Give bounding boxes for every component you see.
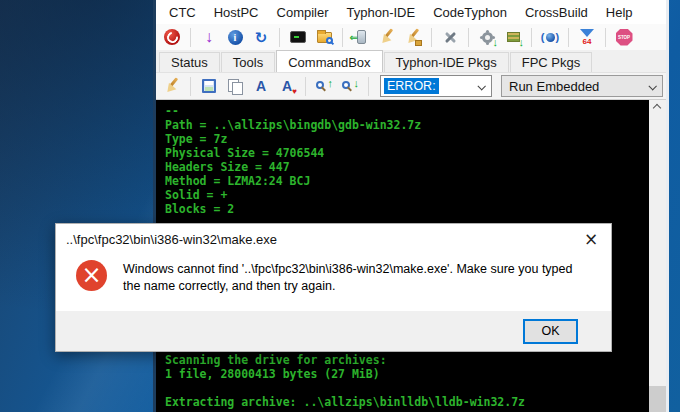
magnifier-icon <box>326 37 333 44</box>
sync-glyph: ↻ <box>255 30 268 45</box>
toolbar-separator <box>468 28 469 47</box>
toolbar-separator <box>431 28 432 47</box>
console-line: Method = LZMA2:24 BCJ <box>165 174 421 188</box>
console-output-top: -- Path = ..\allzips\bingdb\gdb-win32.7z… <box>165 104 421 216</box>
bricks-download-icon[interactable]: ↓ <box>502 26 524 48</box>
tab-status[interactable]: Status <box>159 52 220 72</box>
clean-icon[interactable] <box>376 26 398 48</box>
font-color-icon[interactable]: A♥ <box>276 75 298 97</box>
ok-button[interactable]: OK <box>523 319 578 344</box>
font-a-glyph: A <box>256 79 266 93</box>
sync-icon[interactable]: ↻ <box>250 26 272 48</box>
dialog-footer: OK <box>56 311 611 351</box>
menu-bar: CTC HostPC Compiler Typhon-IDE CodeTypho… <box>156 0 666 24</box>
dialog-body: × Windows cannot find '..\fpc\fpc32\bin\… <box>56 254 611 311</box>
console-line: Extracting archive: ..\allzips\binlldb\l… <box>165 395 525 409</box>
up-arrow-glyph: ↑ <box>328 78 334 89</box>
dialog-titlebar: ..\fpc\fpc32\bin\i386-win32\make.exe × <box>56 224 611 254</box>
toolbar-separator <box>568 28 569 47</box>
stop-sign-art: STOP <box>616 29 633 46</box>
search-down-icon[interactable]: ↓ <box>339 75 361 97</box>
menu-help[interactable]: Help <box>597 2 642 23</box>
menu-compiler[interactable]: Compiler <box>268 2 338 23</box>
download-arrow-icon[interactable]: ↓ <box>198 26 220 48</box>
tab-commandbox[interactable]: CommandBox <box>276 50 382 72</box>
copy-icon-art <box>228 79 242 94</box>
scrollbar-up-icon[interactable] <box>653 104 661 112</box>
font-icon[interactable]: A <box>250 75 272 97</box>
info-icon[interactable]: i <box>224 26 246 48</box>
filter-64-label: 64 <box>583 38 592 46</box>
console-line: Scanning the drive for archives: <box>165 353 525 367</box>
power-icon-art <box>164 29 180 45</box>
console-line: -- <box>165 104 421 118</box>
make-exe-error-dialog: ..\fpc\fpc32\bin\i386-win32\make.exe × ×… <box>55 223 612 352</box>
console-line: Type = 7z <box>165 132 421 146</box>
import-icon[interactable] <box>350 26 372 48</box>
toolbar-separator <box>190 28 191 47</box>
run-mode-combobox[interactable]: Run Embedded <box>501 75 663 97</box>
folder-search-icon[interactable] <box>313 26 335 48</box>
toolbar-separator <box>605 28 606 47</box>
run-mode-value: Run Embedded <box>509 79 599 94</box>
tab-tools[interactable]: Tools <box>221 52 275 72</box>
toolbar-separator <box>342 28 343 47</box>
clean-box-icon[interactable] <box>402 26 424 48</box>
chevron-down-icon <box>477 82 485 90</box>
terminal-icon-art <box>290 31 306 43</box>
download-glyph: ↓ <box>205 29 213 45</box>
terminal-icon[interactable] <box>287 26 309 48</box>
green-down-arrow-icon: ↓ <box>519 37 525 48</box>
magnifier-down-art: ↓ <box>341 77 359 95</box>
main-toolbar: ↓ i ↻ ↓ ↓ () 64 STOP <box>156 24 666 50</box>
web-icon[interactable]: () <box>539 26 561 48</box>
menu-codetyphon[interactable]: CodeTyphon <box>424 2 516 23</box>
clean-icon[interactable] <box>161 75 183 97</box>
filter-64-icon[interactable]: 64 <box>576 26 598 48</box>
close-icon[interactable]: × <box>571 224 611 254</box>
error-icon: × <box>76 260 107 291</box>
broom-box-icon-art <box>404 28 422 46</box>
tools-icon[interactable] <box>439 26 461 48</box>
gear-icon-art <box>482 32 493 43</box>
tab-bar: Status Tools CommandBox Typhon-IDE Pkgs … <box>156 50 666 72</box>
console-output-bottom: Scanning the drive for archives: 1 file,… <box>165 353 525 409</box>
folder-icon-art <box>317 32 332 43</box>
broom-icon-art <box>378 28 396 46</box>
broom-icon-art <box>163 77 181 95</box>
copy-icon[interactable] <box>224 75 246 97</box>
power-icon[interactable] <box>161 26 183 48</box>
console-line: 1 file, 28000413 bytes (27 MiB) <box>165 367 525 381</box>
heart-icon: ♥ <box>292 88 297 96</box>
dialog-title: ..\fpc\fpc32\bin\i386-win32\make.exe <box>66 232 277 247</box>
error-filter-combobox[interactable]: ERROR: <box>380 75 492 97</box>
menu-ctc[interactable]: CTC <box>160 2 205 23</box>
down-arrow-glyph: ↓ <box>354 78 360 89</box>
commandbox-toolbar: A A♥ ↑ ↓ ERROR: Run Embedded <box>156 72 666 100</box>
console-line: Physical Size = 4706544 <box>165 146 421 160</box>
magnifier-up-art: ↑ <box>315 77 333 95</box>
dialog-message: Windows cannot find '..\fpc\fpc32\bin\i3… <box>123 260 578 295</box>
console-line: Headers Size = 447 <box>165 160 421 174</box>
search-up-icon[interactable]: ↑ <box>313 75 335 97</box>
console-line: Path = ..\allzips\bingdb\gdb-win32.7z <box>165 118 421 132</box>
tab-typhon-ide-pkgs[interactable]: Typhon-IDE Pkgs <box>384 52 509 72</box>
menu-crossbuild[interactable]: CrossBuild <box>516 2 597 23</box>
chevron-down-icon <box>648 82 656 90</box>
scrollbar-thumb[interactable] <box>649 386 666 412</box>
console-line: Blocks = 2 <box>165 202 421 216</box>
menu-hostpc[interactable]: HostPC <box>205 2 268 23</box>
tools-icon-art <box>442 29 458 45</box>
tab-fpc-pkgs[interactable]: FPC Pkgs <box>510 52 593 72</box>
toolbar-separator <box>279 28 280 47</box>
menu-typhon-ide[interactable]: Typhon-IDE <box>338 2 425 23</box>
save-icon[interactable] <box>198 75 220 97</box>
gear-download-icon[interactable]: ↓ <box>476 26 498 48</box>
toolbar-separator <box>305 77 306 96</box>
console-scrollbar[interactable] <box>649 100 666 412</box>
toolbar-separator <box>190 77 191 96</box>
stop-icon[interactable]: STOP <box>613 26 635 48</box>
device-icon-art <box>357 30 366 44</box>
toolbar-separator <box>531 28 532 47</box>
web-icon-art: () <box>541 31 559 43</box>
